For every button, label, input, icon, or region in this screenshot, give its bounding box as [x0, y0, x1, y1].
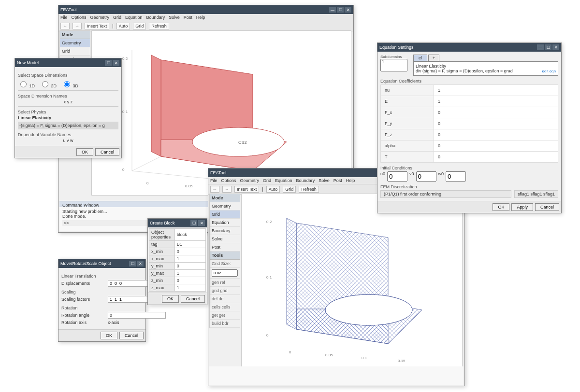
xmax-cell[interactable]: 1 [174, 255, 205, 263]
fy-cell[interactable]: 0 [434, 118, 558, 129]
ymax-cell[interactable]: 1 [174, 270, 205, 277]
maximize-icon[interactable]: ☐ [545, 44, 551, 50]
svg-text:0: 0 [266, 333, 269, 337]
ok-button[interactable]: OK [493, 203, 509, 211]
alpha-cell[interactable]: 0 [434, 140, 558, 152]
menu-solve[interactable]: Solve [169, 15, 180, 20]
geom-label: CS2 [238, 140, 247, 145]
svg-text:0.2: 0.2 [266, 220, 272, 224]
insert-text-button[interactable]: Insert Text [85, 23, 109, 29]
fx-cell[interactable]: 0 [434, 107, 558, 118]
auto-button[interactable]: Auto [116, 23, 130, 29]
e-cell[interactable]: 1 [434, 96, 558, 107]
equation-settings-dialog: Equation Settings —☐✕ Subdomains 1 el + … [377, 42, 562, 213]
edit-eqn-link[interactable]: edit eqn [542, 69, 556, 73]
menu-boundary[interactable]: Boundary [296, 178, 315, 183]
close-icon[interactable]: ✕ [552, 44, 559, 50]
close-icon[interactable]: ✕ [345, 7, 351, 13]
main-titlebar[interactable]: FEATool — ☐ ✕ [58, 5, 353, 14]
close-icon[interactable]: ✕ [137, 261, 144, 266]
tools-head: Tools [210, 252, 240, 260]
zmin-cell[interactable]: 0 [174, 277, 205, 284]
menu-boundary[interactable]: Boundary [146, 15, 165, 20]
tag-cell[interactable]: B1 [174, 241, 205, 248]
insert-text-button[interactable]: Insert Text [234, 186, 259, 193]
ymin-cell[interactable]: 0 [174, 263, 205, 270]
radio-1d[interactable] [20, 81, 27, 87]
refresh-button[interactable]: Refresh [299, 186, 319, 193]
cancel-button[interactable]: Cancel [181, 295, 205, 303]
cancel-button[interactable]: Cancel [119, 332, 144, 339]
create-block-titlebar[interactable]: Create Block ☐✕ [148, 219, 207, 227]
menu-geometry[interactable]: Geometry [240, 178, 260, 183]
grid-button[interactable]: Grid [133, 23, 146, 29]
menu-options[interactable]: Options [72, 15, 87, 20]
mode-post[interactable]: Post [210, 243, 240, 252]
mesh-cmd-body[interactable] [209, 366, 464, 385]
ok-button[interactable]: OK [162, 295, 179, 303]
cancel-button[interactable]: Cancel [535, 203, 559, 211]
menu-post[interactable]: Post [334, 178, 342, 183]
new-model-titlebar[interactable]: New Model ☐✕ [15, 58, 121, 67]
menu-grid[interactable]: Grid [113, 15, 121, 20]
auto-button[interactable]: Auto [266, 186, 280, 193]
angle-input[interactable] [108, 312, 166, 319]
transform-dialog: Move/Rotate/Scale Object ☐✕ Linear Trans… [58, 259, 146, 342]
close-icon[interactable]: ✕ [113, 60, 119, 66]
maximize-icon[interactable]: ☐ [129, 261, 136, 266]
nu-cell[interactable]: 1 [434, 85, 558, 96]
forward-button[interactable]: → [222, 186, 232, 193]
fem-text: (P1/Q1) first order conforming [380, 190, 511, 198]
refresh-button[interactable]: Refresh [149, 23, 169, 29]
maximize-icon[interactable]: ☐ [190, 220, 197, 226]
xmin-cell[interactable]: 0 [174, 248, 205, 255]
menu-options[interactable]: Options [221, 178, 236, 183]
u0-input[interactable] [387, 171, 407, 182]
back-button[interactable]: ← [210, 186, 219, 193]
mode-grid[interactable]: Grid [60, 47, 90, 56]
zmax-cell[interactable]: 1 [174, 284, 205, 292]
mesh-viewport[interactable]: 0.2 0.1 0 0 0.05 0.1 0.15 [241, 194, 463, 368]
menu-help[interactable]: Help [346, 178, 355, 183]
grid-size-input[interactable] [212, 269, 238, 277]
menu-file[interactable]: File [210, 178, 218, 183]
close-icon[interactable]: ✕ [198, 220, 205, 226]
radio-2d[interactable] [42, 81, 48, 87]
subdomain-list[interactable]: 1 [380, 59, 407, 71]
w0-input[interactable] [446, 171, 466, 182]
menu-help[interactable]: Help [196, 15, 205, 20]
mode-geometry[interactable]: Geometry [60, 39, 90, 47]
t-cell[interactable]: 0 [434, 152, 558, 163]
mode-solve[interactable]: Solve [210, 235, 240, 243]
mode-grid[interactable]: Grid [210, 210, 240, 219]
menu-geometry[interactable]: Geometry [90, 15, 110, 20]
fz-cell[interactable]: 0 [434, 129, 558, 140]
menu-post[interactable]: Post [184, 15, 192, 20]
mode-boundary[interactable]: Boundary [210, 227, 240, 235]
apply-button[interactable]: Apply [511, 203, 533, 211]
space-dim-label: Select Space Dimensions [18, 73, 118, 78]
menu-grid[interactable]: Grid [263, 178, 271, 183]
grid-button[interactable]: Grid [283, 186, 296, 193]
minimize-icon[interactable]: — [329, 7, 336, 13]
minimize-icon[interactable]: — [537, 44, 544, 50]
tab-add[interactable]: + [428, 55, 439, 61]
eq-titlebar[interactable]: Equation Settings —☐✕ [377, 43, 561, 52]
menu-solve[interactable]: Solve [319, 178, 330, 183]
mode-geometry[interactable]: Geometry [210, 202, 240, 210]
transform-titlebar[interactable]: Move/Rotate/Scale Object ☐✕ [58, 259, 145, 268]
maximize-icon[interactable]: ☐ [105, 60, 112, 66]
menu-file[interactable]: File [60, 15, 68, 20]
forward-button[interactable]: → [72, 23, 82, 29]
tab-el[interactable]: el [413, 55, 427, 61]
back-button[interactable]: ← [60, 23, 70, 29]
radio-3d[interactable] [64, 81, 70, 87]
ok-button[interactable]: OK [101, 332, 117, 339]
menu-equation[interactable]: Equation [275, 178, 292, 183]
mode-equation[interactable]: Equation [210, 219, 240, 227]
menu-equation[interactable]: Equation [125, 15, 143, 20]
maximize-icon[interactable]: ☐ [337, 7, 344, 13]
v0-input[interactable] [416, 171, 436, 182]
cancel-button[interactable]: Cancel [95, 148, 119, 156]
ok-button[interactable]: OK [76, 148, 93, 156]
